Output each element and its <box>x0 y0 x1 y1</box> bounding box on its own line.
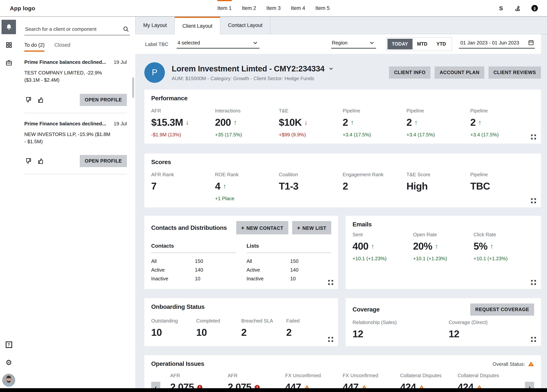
contacts-card: Contacts and Distributions +NEW CONTACT … <box>144 216 338 289</box>
nav-item-3[interactable]: Item 3 <box>266 0 280 16</box>
expand-icon[interactable] <box>328 280 334 285</box>
panel-tabs: To do (2) Closed <box>23 42 131 52</box>
metric-sent: Sent 400↑ +10.1 (+1.23%) <box>353 232 413 261</box>
panel-scrollbar[interactable] <box>132 77 134 98</box>
tab-closed[interactable]: Closed <box>55 42 70 52</box>
profile-initial-button[interactable]: S <box>497 4 505 12</box>
table-row: Active140 <box>246 266 331 274</box>
top-bar: App logo Item 1 Item 2 Item 3 Item 4 Ite… <box>0 0 547 17</box>
nav-item-4[interactable]: Item 4 <box>291 0 305 16</box>
tab-todo[interactable]: To do (2) <box>24 42 45 52</box>
bell-icon <box>5 23 12 31</box>
warning-icon <box>361 384 367 388</box>
user-avatar[interactable] <box>2 374 15 387</box>
search-icon[interactable] <box>123 26 129 32</box>
search-input[interactable] <box>25 26 123 32</box>
date-range-picker[interactable]: 01 Jan 2023 - 01 Jun 2023 <box>459 40 535 49</box>
warning-icon <box>528 361 534 367</box>
apps-rail-button[interactable] <box>1 38 16 52</box>
overall-status-label: Overall Status: <box>492 361 525 367</box>
dashboard-content: P Lorem Investment Limted - CMY2:234334 … <box>135 54 547 388</box>
metric-open-rate: Open Rate 20%↑ +10.1 (+1.23%) <box>413 232 474 261</box>
period-ytd-button[interactable]: YTD <box>432 39 451 49</box>
table-row: All150 <box>151 257 236 266</box>
error-icon <box>254 384 260 388</box>
client-caret-icon[interactable] <box>328 66 334 71</box>
metric-collateral-disputes: Collateral Disputes 424 +10.1 (+1.23%) <box>458 373 515 388</box>
client-info-button[interactable]: CLIENT INFO <box>389 67 431 79</box>
metric-breached-sla: Breached SLA 2 <box>241 318 286 338</box>
new-contact-button[interactable]: +NEW CONTACT <box>236 221 288 234</box>
expand-icon[interactable] <box>531 198 536 204</box>
plus-icon: + <box>241 225 245 231</box>
thumbs-down-icon[interactable] <box>24 96 32 103</box>
period-mtd-button[interactable]: MTD <box>412 39 432 49</box>
notifications-rail-button[interactable] <box>1 20 16 34</box>
workspace-rail-button[interactable] <box>1 55 16 70</box>
client-avatar: P <box>144 62 165 83</box>
notification-title: Prime Finance balances declined... <box>24 59 106 65</box>
carousel-prev-button[interactable]: ‹ <box>151 382 160 388</box>
table-row: Active140 <box>151 266 236 274</box>
tab-client-layout[interactable]: Client Layout <box>175 17 220 34</box>
request-coverage-button[interactable]: REQUEST COVERAGE <box>470 303 534 316</box>
new-list-button[interactable]: +NEW LIST <box>292 221 331 234</box>
metric-afr-rank: AFR Rank 7 <box>151 172 215 201</box>
notification-body: NEW INVESTORS LLP, -15.9% ($1.8M - $1.5M… <box>24 131 112 145</box>
open-profile-button[interactable]: OPEN PROFILE <box>80 155 127 167</box>
carousel-next-button[interactable]: › <box>525 382 534 388</box>
down-arrow-icon: ↓ <box>185 119 189 126</box>
thumbs-up-icon[interactable] <box>37 158 45 165</box>
top-nav: Item 1 Item 2 Item 3 Item 4 Item 5 <box>217 0 329 16</box>
metric-outstanding: Outstanding 10 <box>151 318 196 338</box>
nav-item-5[interactable]: Item 5 <box>315 0 330 16</box>
metric-fx-unconfirmed: FX Unconfirmed 447 +10.1 (+1.23%) <box>285 373 343 388</box>
stackoverflow-icon[interactable] <box>513 4 522 12</box>
coverage-card: Coverage REQUEST COVERAGE Relationship (… <box>346 298 541 346</box>
tab-contact-layout[interactable]: Contact Layout <box>220 17 270 34</box>
expand-icon[interactable] <box>531 134 536 140</box>
filter-bar: Label TBC 4 selected Region TODAY MTD YT… <box>135 34 541 54</box>
metric-afr: AFR $15.3M↓ -$1.9M (13%) <box>151 108 215 138</box>
github-icon[interactable]: () <box>530 4 539 12</box>
client-header: P Lorem Investment Limted - CMY2:234334 … <box>144 62 541 83</box>
period-today-button[interactable]: TODAY <box>387 39 412 49</box>
client-reviews-button[interactable]: CLIENT REVIEWS <box>488 67 541 79</box>
card-title: Operational Issues <box>151 360 204 367</box>
region-select[interactable]: Region <box>331 40 376 48</box>
expand-icon[interactable] <box>328 337 334 342</box>
chevron-down-icon <box>253 40 258 45</box>
warning-icon <box>476 384 482 388</box>
gear-icon: ⚙ <box>6 359 12 366</box>
metric-coverage-direct: Coverage (Direct) 12 <box>449 319 534 340</box>
settings-rail-button[interactable]: ⚙ <box>1 355 16 370</box>
expand-icon[interactable] <box>531 280 536 285</box>
up-arrow-icon: ↑ <box>371 242 374 250</box>
account-plan-button[interactable]: ACCOUNT PLAN <box>435 67 485 79</box>
tab-my-layout[interactable]: My Layout <box>135 17 175 34</box>
expand-icon[interactable] <box>531 337 536 342</box>
nav-item-1[interactable]: Item 1 <box>217 0 232 16</box>
notification-title: Prime Finance balances declined... <box>24 121 106 126</box>
metric-click-rate: Click Rate 5%↑ +10.1 (+1.23%) <box>473 232 534 261</box>
metric-interactions: Interactions 200↑ +35 (17.5%) <box>215 108 279 138</box>
grid-icon <box>5 41 12 48</box>
open-profile-button[interactable]: OPEN PROFILE <box>80 94 127 106</box>
thumbs-up-icon[interactable] <box>37 96 45 103</box>
metric-completed: Completed 10 <box>196 318 241 338</box>
layout-tabs: My Layout Client Layout Contact Layout <box>135 17 547 34</box>
metric-failed: Failed 2 <box>286 318 331 338</box>
metric-afr-issues: AFR 2,075 +10.1 (+1.23%) <box>228 373 285 388</box>
notifications-panel: To do (2) Closed Prime Finance balances … <box>17 17 135 388</box>
thumbs-down-icon[interactable] <box>24 158 32 165</box>
table-row: All150 <box>246 257 331 266</box>
icon-rail: ? ⚙ <box>0 17 17 388</box>
search-bar <box>24 24 130 35</box>
contacts-group: Contacts All150 Active140 Inactive10 <box>151 243 236 283</box>
help-rail-button[interactable]: ? <box>1 337 16 352</box>
briefcase-icon <box>5 59 12 66</box>
nav-item-2[interactable]: Item 2 <box>242 0 256 16</box>
label-multiselect[interactable]: 4 selected <box>177 40 260 48</box>
card-title: Onboarding Status <box>151 303 331 310</box>
error-icon <box>197 384 203 388</box>
